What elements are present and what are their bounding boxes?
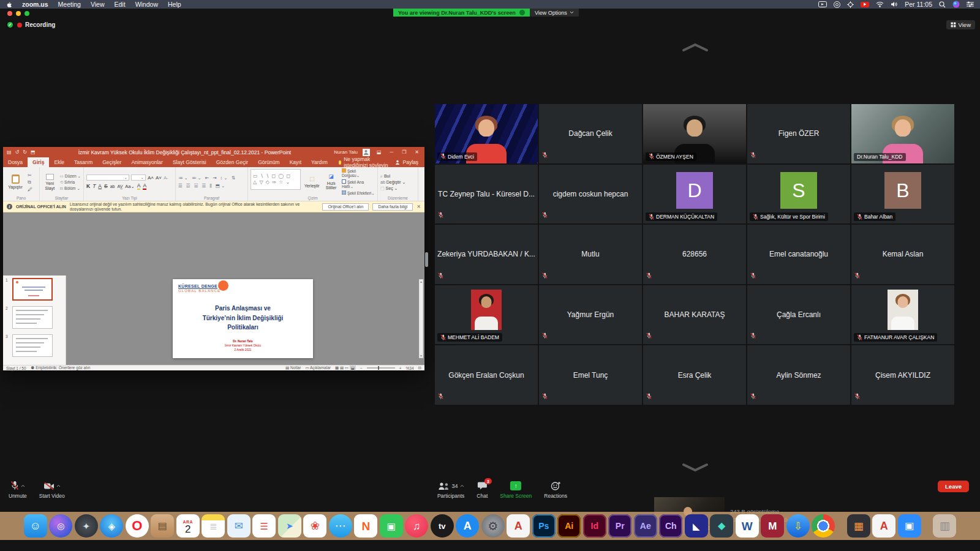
smartart-convert-icon[interactable]: ⬒⌄ — [216, 183, 226, 189]
scroll-down-icon[interactable]: ▼ — [420, 354, 423, 358]
downloader-icon[interactable]: ⇩ — [786, 514, 810, 538]
gallery-scroll-up[interactable] — [681, 42, 709, 52]
participant-tile[interactable]: Yağmur Ergün — [539, 285, 642, 345]
notes-icon[interactable]: ≣ — [202, 514, 225, 538]
participant-tile[interactable]: SSağlık, Kültür ve Spor Birimi — [747, 165, 850, 224]
zoom-app-icon[interactable]: ▣ — [898, 514, 921, 538]
chevron-up-icon[interactable] — [460, 484, 464, 487]
format-painter-icon[interactable]: 🖉 — [28, 187, 32, 192]
minimize-icon[interactable]: ─ — [388, 149, 395, 155]
close-icon[interactable]: ✕ — [413, 149, 421, 155]
ppt-tab-kayıt[interactable]: Kayıt — [285, 157, 306, 167]
close-window-button[interactable] — [7, 11, 12, 16]
ppt-tab-giriş[interactable]: Giriş — [28, 157, 49, 167]
participant-tile[interactable]: Mutlu — [539, 225, 642, 284]
numbering-icon[interactable]: ≕⌄ — [192, 175, 203, 181]
ppt-tab-geçişler[interactable]: Geçişler — [97, 157, 126, 167]
chat-button[interactable]: 3 Chat — [477, 481, 488, 499]
decrease-indent-icon[interactable]: ⇤ — [205, 175, 210, 181]
slide-thumbnail-panel[interactable]: 123 — [3, 276, 66, 365]
ppt-tab-animasyonlar[interactable]: Animasyonlar — [126, 157, 168, 167]
quick-styles-button[interactable]: ◪ Hızlı Stiller — [323, 169, 339, 195]
menu-zoom-us[interactable]: zoom.us — [22, 1, 48, 8]
control-center-icon[interactable] — [967, 1, 974, 7]
opera-icon[interactable]: O — [126, 514, 149, 538]
participant-tile[interactable]: 628656 — [643, 225, 746, 284]
trash-icon[interactable]: ▥ — [933, 514, 956, 538]
participant-tile[interactable]: Dr.Nuran Talu_KDD — [851, 104, 954, 163]
shape-effects-button[interactable]: Şekil Efektleri⌄ — [342, 190, 375, 196]
participant-tile[interactable]: Didem Evci — [435, 104, 538, 163]
input-source-icon[interactable] — [847, 1, 854, 8]
safari-icon[interactable]: ◈ — [100, 514, 123, 538]
apple-logo-icon[interactable] — [6, 1, 12, 8]
menu-view[interactable]: View — [91, 1, 105, 8]
chevron-up-icon[interactable] — [56, 484, 61, 487]
participant-tile[interactable]: MEHMET ALİ BADEM — [435, 285, 538, 345]
participant-tile[interactable]: Emel canatanoğlu — [747, 225, 850, 284]
app-store-icon[interactable]: A — [456, 514, 479, 538]
participant-tile[interactable]: Esra Çelik — [643, 345, 746, 405]
ppt-tab-gözden-geçir[interactable]: Gözden Geçir — [211, 157, 253, 167]
new-slide-button[interactable]: Yeni Slayt — [42, 169, 58, 195]
zoom-window-button[interactable] — [24, 11, 29, 16]
spotlight-search-icon[interactable] — [939, 1, 946, 8]
participant-tile[interactable]: Dağcan Çelik — [539, 104, 642, 163]
share-button[interactable]: Paylaş — [389, 159, 424, 165]
main-slide-canvas[interactable]: KÜRESEL DENGE GLOBAL BALANCE Paris Anlaş… — [173, 279, 313, 358]
italic-button[interactable]: T — [92, 183, 96, 189]
participant-tile[interactable]: Aylin Sönmez — [747, 345, 850, 405]
maps-icon[interactable]: ➤ — [278, 514, 301, 538]
shape-outline-button[interactable]: Şekil Ana Hattı⌄ — [342, 179, 375, 189]
save-icon[interactable]: ▤ — [7, 149, 12, 155]
get-office-button[interactable]: Orijinal Office'i alın — [322, 203, 369, 211]
font-size-select[interactable]: ⌄ — [131, 174, 146, 181]
reminders-icon[interactable]: ☰ — [252, 514, 276, 538]
unmute-button[interactable]: Unmute — [9, 481, 27, 499]
character-animator-icon[interactable]: Ch — [659, 514, 682, 538]
strikethrough-button[interactable]: S — [104, 183, 108, 189]
character-spacing-icon[interactable]: AV̲ — [117, 184, 123, 189]
system-preferences-icon[interactable]: ⚙ — [481, 514, 505, 538]
pane-resize-handle[interactable] — [425, 252, 428, 267]
facetime-icon[interactable]: ▣ — [380, 514, 403, 538]
slide-scrollbar[interactable]: ▲ ▼ — [419, 279, 423, 358]
menu-window[interactable]: Window — [135, 1, 158, 8]
participant-tile[interactable]: DDERMAN KÜÇÜKALTAN — [643, 165, 746, 224]
apple-tv-icon[interactable]: tv — [431, 514, 454, 538]
align-left-icon[interactable]: ☰ — [178, 183, 184, 189]
select-button[interactable]: ⬚ Seç ⌄ — [380, 186, 415, 191]
participant-tile[interactable]: Emel Tunç — [539, 345, 642, 405]
launchpad-icon[interactable]: ✦ — [75, 514, 98, 538]
screen-mirroring-icon[interactable] — [818, 1, 827, 7]
close-warning-icon[interactable]: ✕ — [417, 204, 421, 209]
siri-icon[interactable] — [952, 1, 960, 8]
finder-icon[interactable]: ☺ — [24, 514, 47, 538]
minimize-window-button[interactable] — [16, 11, 21, 16]
participant-tile[interactable]: Çisem AKYILDIZ — [851, 345, 954, 405]
photoshop-icon[interactable]: Ps — [532, 514, 556, 538]
photos-icon[interactable]: ❀ — [303, 514, 326, 538]
wifi-icon[interactable] — [876, 1, 884, 7]
slide-thumbnail-3[interactable]: 3 — [6, 334, 66, 357]
indesign-icon[interactable]: Id — [583, 514, 606, 538]
zoom-slider[interactable] — [367, 367, 395, 369]
cad-app-icon[interactable]: A — [507, 514, 530, 538]
accessibility-status[interactable]: ⚉ Erişilebilirlik: Önerilere göz atın — [31, 365, 91, 370]
arrange-button[interactable]: ⬚ Yerleştir — [303, 169, 320, 195]
bullets-icon[interactable]: ≔⌄ — [178, 175, 189, 181]
after-effects-icon[interactable]: Ae — [634, 514, 657, 538]
participant-tile[interactable]: Gökçen Eralan Coşkun — [435, 345, 538, 405]
zoom-out-icon[interactable]: − — [360, 366, 363, 370]
news-icon[interactable]: N — [354, 514, 377, 538]
align-center-icon[interactable]: ☲ — [186, 183, 192, 189]
participant-tile[interactable]: Zekeriya YURDABAKAN / K... — [435, 225, 538, 284]
start-video-button[interactable]: Start Video — [39, 481, 65, 499]
zoom-percent[interactable]: %34 — [406, 366, 414, 370]
filmora-icon[interactable]: ◆ — [710, 514, 733, 538]
layout-button[interactable]: ▭Düzen⌄ — [60, 174, 81, 179]
reset-button[interactable]: ⟲Sıfırla — [60, 180, 81, 185]
calendar-icon[interactable]: ARA2 — [176, 514, 200, 538]
participant-tile[interactable]: Kemal Aslan — [851, 225, 954, 284]
redo-icon[interactable]: ↻ — [23, 149, 27, 155]
